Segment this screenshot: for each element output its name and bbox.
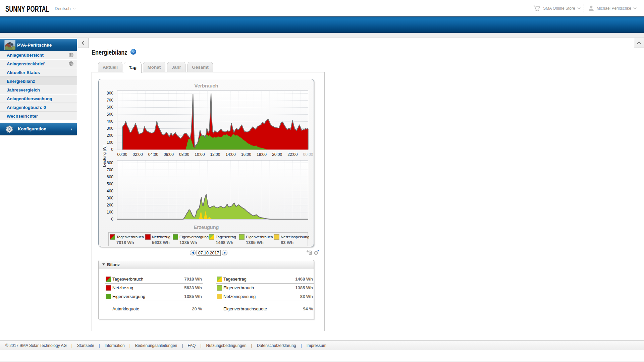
svg-text:200: 200 xyxy=(107,133,113,138)
svg-text:700: 700 xyxy=(107,168,113,172)
svg-text:02:00: 02:00 xyxy=(133,152,143,157)
svg-text:600: 600 xyxy=(107,105,113,110)
svg-text:100: 100 xyxy=(107,140,113,145)
svg-text:00:00: 00:00 xyxy=(303,152,313,157)
svg-text:14:00: 14:00 xyxy=(226,152,236,157)
svg-text:300: 300 xyxy=(107,196,113,200)
svg-text:100: 100 xyxy=(107,210,113,215)
svg-text:20:00: 20:00 xyxy=(272,152,282,157)
svg-text:800: 800 xyxy=(107,161,113,165)
svg-text:08:00: 08:00 xyxy=(179,152,189,157)
svg-text:0: 0 xyxy=(111,147,113,152)
svg-text:700: 700 xyxy=(107,98,113,103)
svg-text:00:00: 00:00 xyxy=(117,152,127,157)
svg-text:22:00: 22:00 xyxy=(287,152,298,157)
svg-text:500: 500 xyxy=(107,112,113,117)
svg-text:?: ? xyxy=(132,50,135,54)
svg-text:Leistung [W]: Leistung [W] xyxy=(102,145,106,167)
svg-text:12:00: 12:00 xyxy=(210,152,220,157)
svg-text:400: 400 xyxy=(107,189,113,193)
svg-text:500: 500 xyxy=(107,182,113,186)
svg-text:800: 800 xyxy=(107,91,113,96)
svg-text:Erzeugung: Erzeugung xyxy=(194,225,219,230)
svg-text:600: 600 xyxy=(107,175,113,179)
svg-text:300: 300 xyxy=(107,126,113,131)
svg-text:06:00: 06:00 xyxy=(164,152,174,157)
svg-text:Verbrauch: Verbrauch xyxy=(195,83,218,88)
svg-text:200: 200 xyxy=(107,203,113,207)
svg-text:18:00: 18:00 xyxy=(257,152,267,157)
svg-text:16:00: 16:00 xyxy=(241,152,251,157)
svg-text:400: 400 xyxy=(107,119,113,124)
svg-text:0: 0 xyxy=(111,217,113,222)
svg-text:04:00: 04:00 xyxy=(148,152,158,157)
svg-text:10:00: 10:00 xyxy=(195,152,205,157)
